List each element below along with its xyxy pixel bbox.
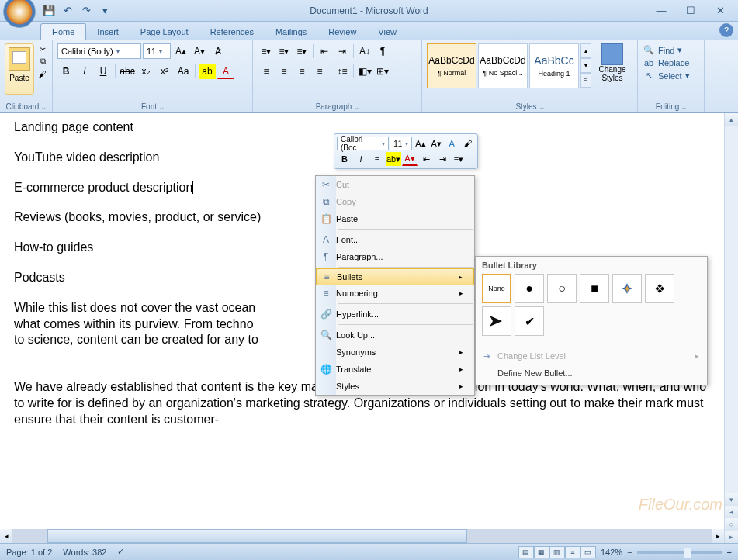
ctx-paste[interactable]: 📋Paste [316, 210, 474, 227]
mini-styles-icon[interactable]: A [445, 137, 459, 150]
redo-icon[interactable]: ↷ [79, 4, 93, 18]
undo-icon[interactable]: ↶ [61, 4, 74, 18]
tab-insert[interactable]: Insert [86, 24, 130, 40]
view-outline-icon[interactable]: ≡ [565, 546, 580, 558]
status-zoom[interactable]: 142% [601, 548, 622, 557]
ctx-paragraph-[interactable]: ¶Paragraph... [316, 248, 474, 265]
copy-icon[interactable]: ⧉ [36, 56, 49, 67]
select-button[interactable]: ↖Select ▾ [643, 69, 699, 82]
hscroll-thumb[interactable] [47, 529, 467, 543]
tab-home[interactable]: Home [40, 23, 86, 40]
style-heading1[interactable]: AaBbCc Heading 1 [529, 43, 579, 88]
define-new-bullet[interactable]: Define New Bullet... [476, 365, 707, 382]
save-icon[interactable]: 💾 [42, 4, 56, 18]
mini-bullets-icon[interactable]: ≡▾ [451, 152, 466, 166]
font-name-combo[interactable]: Calibri (Body) [57, 43, 141, 59]
style-scroll[interactable]: ▴ ▾ ≡ [580, 43, 591, 109]
decrease-indent-icon[interactable]: ⇤ [316, 43, 333, 59]
tab-page-layout[interactable]: Page Layout [130, 24, 199, 40]
mini-indent-inc-icon[interactable]: ⇥ [435, 152, 450, 166]
prev-page-icon[interactable]: ◂ [725, 506, 738, 518]
mini-color-icon[interactable]: A▾ [402, 152, 418, 166]
next-page-icon[interactable]: ▸ [725, 531, 738, 543]
mini-painter-icon[interactable]: 🖌 [460, 137, 475, 150]
maximize-button[interactable]: ☐ [681, 4, 701, 18]
status-page[interactable]: Page: 1 of 2 [6, 548, 52, 557]
browse-object-icon[interactable]: ○ [725, 518, 738, 531]
bullet-option-1[interactable]: ● [515, 274, 544, 303]
view-web-icon[interactable]: ▥ [549, 546, 565, 558]
bullet-option-3[interactable]: ■ [580, 274, 609, 303]
grow-font-icon[interactable]: A▴ [172, 43, 189, 59]
tab-view[interactable]: View [367, 24, 407, 40]
help-icon[interactable]: ? [719, 23, 733, 37]
shading-icon[interactable]: ◧▾ [356, 64, 373, 79]
bullet-option-0[interactable]: None [482, 274, 511, 303]
align-right-icon[interactable]: ≡ [293, 64, 310, 79]
sort-icon[interactable]: A↓ [356, 43, 373, 59]
line-spacing-icon[interactable]: ↕≡ [334, 64, 351, 79]
status-words[interactable]: Words: 382 [63, 548, 106, 557]
mini-italic-icon[interactable]: I [353, 152, 369, 166]
find-button[interactable]: 🔍Find ▾ [643, 43, 699, 57]
qat-customize-icon[interactable]: ▾ [98, 4, 112, 18]
mini-center-icon[interactable]: ≡ [369, 152, 385, 166]
scroll-up-icon[interactable]: ▴ [725, 113, 738, 126]
bullets-icon[interactable]: ≡▾ [258, 43, 275, 59]
change-styles-button[interactable]: Change Styles [596, 43, 629, 109]
numbering-icon[interactable]: ≡▾ [275, 43, 293, 59]
zoom-in-icon[interactable]: + [727, 548, 732, 557]
zoom-slider[interactable] [637, 551, 722, 554]
view-print-icon[interactable]: ▤ [518, 546, 534, 558]
ctx-synonyms[interactable]: Synonyms▸ [316, 344, 474, 361]
format-painter-icon[interactable]: 🖌 [36, 68, 49, 79]
bullet-option-5[interactable]: ❖ [645, 274, 674, 303]
multilevel-icon[interactable]: ≡▾ [293, 43, 310, 59]
bullet-option-2[interactable]: ○ [547, 274, 577, 303]
mini-indent-dec-icon[interactable]: ⇤ [418, 152, 434, 166]
style-normal[interactable]: AaBbCcDd ¶ Normal [427, 43, 476, 88]
paste-button[interactable]: Paste [5, 43, 34, 95]
strikethrough-icon[interactable]: abc [119, 64, 136, 79]
view-fullscreen-icon[interactable]: ▦ [534, 546, 549, 558]
bold-icon[interactable]: B [57, 64, 74, 79]
close-button[interactable]: ✕ [710, 4, 730, 18]
tab-mailings[interactable]: Mailings [265, 24, 317, 40]
view-draft-icon[interactable]: ▭ [580, 546, 596, 558]
borders-icon[interactable]: ⊞▾ [374, 64, 391, 79]
subscript-icon[interactable]: x₂ [137, 64, 154, 79]
ctx-styles[interactable]: Styles▸ [316, 378, 474, 395]
font-size-combo[interactable]: 11 [143, 43, 171, 59]
mini-bold-icon[interactable]: B [337, 152, 352, 166]
shrink-font-icon[interactable]: A▾ [191, 43, 208, 59]
mini-size-combo[interactable]: 11 [390, 137, 412, 150]
align-center-icon[interactable]: ≡ [275, 64, 293, 79]
scroll-left-icon[interactable]: ◂ [0, 529, 12, 543]
clear-formatting-icon[interactable]: A̷ [210, 43, 227, 59]
change-case-icon[interactable]: Aa [175, 64, 192, 79]
style-no-spacing[interactable]: AaBbCcDd ¶ No Spaci... [478, 43, 528, 88]
mini-font-combo[interactable]: Calibri (Boc [337, 137, 389, 150]
replace-button[interactable]: abReplace [643, 57, 699, 69]
style-scroll-down-icon[interactable]: ▾ [580, 58, 591, 73]
tab-references[interactable]: References [199, 24, 265, 40]
bullet-option-4[interactable] [612, 274, 642, 303]
show-marks-icon[interactable]: ¶ [374, 43, 391, 59]
justify-icon[interactable]: ≡ [311, 64, 328, 79]
italic-icon[interactable]: I [76, 64, 93, 79]
bullet-option-7[interactable]: ✔ [515, 306, 544, 336]
font-color-icon[interactable]: A [217, 64, 234, 79]
scroll-right-icon[interactable]: ▸ [712, 529, 724, 543]
underline-icon[interactable]: U [95, 64, 112, 79]
ctx-font-[interactable]: AFont... [316, 231, 474, 248]
align-left-icon[interactable]: ≡ [258, 64, 275, 79]
style-expand-icon[interactable]: ≡ [580, 73, 591, 88]
ctx-bullets[interactable]: ≡Bullets▸ [316, 268, 474, 285]
minimize-button[interactable]: — [651, 4, 671, 18]
scroll-down-icon[interactable]: ▾ [725, 493, 738, 506]
highlight-icon[interactable]: ab [199, 64, 216, 79]
increase-indent-icon[interactable]: ⇥ [334, 43, 351, 59]
bullet-option-6[interactable] [482, 306, 511, 336]
ctx-numbering[interactable]: ≡Numbering▸ [316, 285, 474, 302]
vertical-scrollbar[interactable]: ▴ ▾ ◂ ○ ▸ [724, 113, 738, 543]
